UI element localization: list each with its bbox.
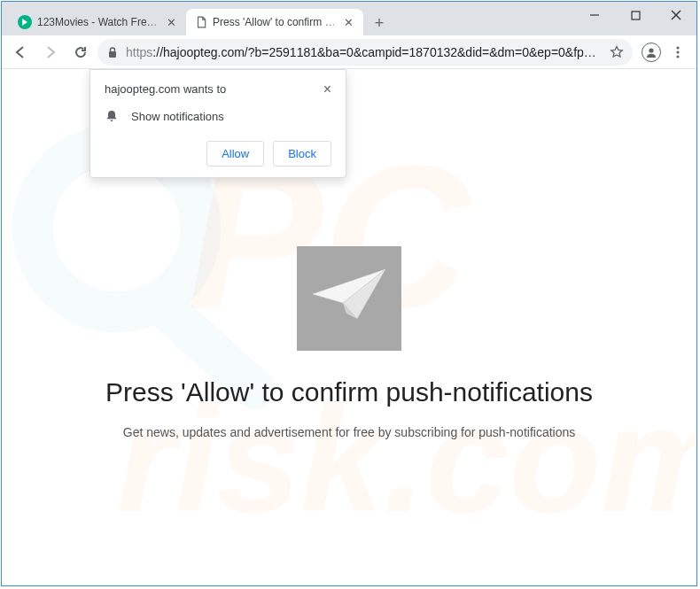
svg-point-8 [676,55,679,58]
star-icon [610,45,624,59]
close-icon[interactable]: ✕ [165,16,177,28]
reload-button[interactable] [67,39,94,66]
tab-bar: 123Movies - Watch Free Movies Online ✕ P… [2,2,696,35]
close-window-button[interactable] [656,2,696,28]
tab-1[interactable]: Press 'Allow' to confirm push-notificati… [186,9,363,35]
minimize-icon [589,10,600,20]
svg-point-6 [676,46,679,49]
prompt-actions: Allow Block [105,141,331,167]
svg-rect-1 [632,12,640,19]
page-content: PC risk.com hajoopteg.com wants to × Sho… [2,69,696,585]
minimize-button[interactable] [574,2,615,28]
url-scheme: https [126,45,152,59]
prompt-permission-row: Show notifications [105,109,331,123]
prompt-close-button[interactable]: × [323,82,331,97]
prompt-origin-text: hajoopteg.com wants to [105,82,226,96]
url-rest: ://hajoopteg.com/?b=2591181&ba=0&campid=… [152,45,603,59]
tab-label: 123Movies - Watch Free Movies Online [37,16,159,28]
tab-fade [323,9,344,35]
new-tab-button[interactable]: + [367,11,392,35]
tab-0[interactable]: 123Movies - Watch Free Movies Online ✕ [9,9,186,35]
page-icon [195,15,207,29]
tab-label: Press 'Allow' to confirm push-notificati… [213,16,337,28]
bell-icon [105,109,119,123]
browser-window: 123Movies - Watch Free Movies Online ✕ P… [1,1,697,586]
paper-plane-icon [311,267,387,329]
user-icon [645,46,657,58]
close-icon[interactable]: ✕ [342,16,354,28]
menu-button[interactable] [665,39,691,66]
tabs-container: 123Movies - Watch Free Movies Online ✕ P… [2,2,392,35]
maximize-icon [631,11,641,20]
arrow-right-icon [43,44,58,60]
page-body: Press 'Allow' to confirm push-notificati… [2,246,696,439]
url-text: https://hajoopteg.com/?b=2591181&ba=0&ca… [126,45,603,59]
block-button[interactable]: Block [273,141,331,167]
prompt-permission-text: Show notifications [131,110,224,123]
hero-image [297,246,401,351]
svg-point-7 [676,50,679,53]
maximize-button[interactable] [615,2,656,28]
page-subline: Get news, updates and advertisement for … [123,425,576,439]
prompt-header: hajoopteg.com wants to × [105,82,331,97]
tab-fade [145,9,167,35]
window-controls [574,2,696,28]
profile-button[interactable] [642,43,661,62]
play-icon [18,15,32,29]
lock-icon [106,46,119,58]
browser-toolbar: https://hajoopteg.com/?b=2591181&ba=0&ca… [2,35,696,69]
permission-prompt: hajoopteg.com wants to × Show notificati… [89,69,346,178]
page-headline: Press 'Allow' to confirm push-notificati… [105,377,593,407]
back-button[interactable] [7,39,34,66]
forward-button[interactable] [37,39,64,66]
reload-icon [73,44,89,60]
arrow-left-icon [12,44,28,60]
allow-button[interactable]: Allow [206,141,264,167]
svg-point-5 [649,48,653,52]
address-bar[interactable]: https://hajoopteg.com/?b=2591181&ba=0&ca… [97,39,633,66]
svg-rect-4 [109,51,116,58]
kebab-icon [671,45,685,59]
close-icon [671,10,681,20]
bookmark-button[interactable] [610,45,624,59]
